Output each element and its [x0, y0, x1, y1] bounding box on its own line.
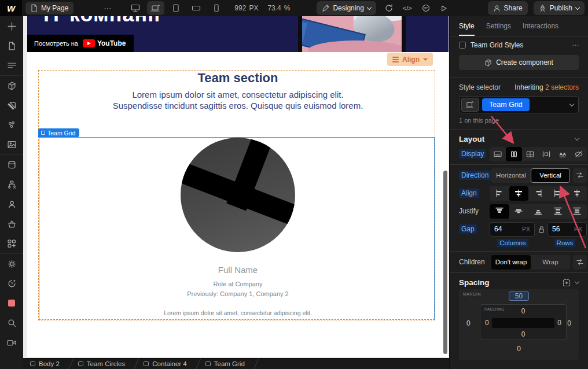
extension-button[interactable] — [0, 293, 23, 313]
create-component-button[interactable]: Create component — [459, 55, 579, 70]
breadcrumb-team-circles[interactable]: Team Circles — [71, 359, 132, 369]
page-switcher-button[interactable]: My Page — [25, 2, 74, 14]
display-inline-block-button[interactable] — [538, 147, 554, 161]
direction-reverse-button[interactable] — [573, 168, 587, 183]
breakpoint-phone-button[interactable] — [208, 1, 225, 15]
design-canvas[interactable]: ІТ компанії Посмотреть на YouTube — [23, 16, 449, 358]
pages-button[interactable] — [0, 36, 23, 56]
hero-photo[interactable] — [298, 16, 406, 52]
apps-button[interactable] — [0, 234, 23, 253]
margin-right-field[interactable]: 0 — [567, 319, 571, 327]
breakpoint-landscape-button[interactable] — [188, 1, 205, 15]
hero-heading[interactable]: ІТ компанії — [43, 16, 160, 27]
video-tutorials-button[interactable] — [0, 333, 23, 352]
share-button[interactable]: Share — [488, 1, 528, 15]
add-elements-button[interactable] — [0, 16, 23, 36]
sync-icon[interactable] — [385, 4, 393, 12]
children-wrap-button[interactable]: Wrap — [531, 255, 570, 270]
selected-element-tag[interactable]: Team Grid — [38, 128, 79, 137]
team-member-photo-placeholder[interactable] — [181, 138, 295, 252]
webflow-logo-icon[interactable]: W — [0, 0, 22, 16]
team-section-subtitle[interactable]: Lorem ipsum dolor sit amet, consectetur … — [111, 90, 365, 112]
breakpoint-indicator-button[interactable]: * — [461, 98, 479, 112]
ecommerce-button[interactable] — [0, 214, 23, 234]
spacing-mode-icon[interactable] — [563, 279, 571, 287]
breakpoint-desktop-button[interactable] — [127, 1, 144, 15]
more-menu-icon[interactable]: ⋯ — [104, 4, 112, 13]
justify-between-button[interactable] — [548, 204, 568, 219]
canvas-scrollbar[interactable] — [443, 171, 447, 354]
gap-columns-unit[interactable]: PX — [522, 226, 530, 233]
variables-button[interactable] — [0, 115, 23, 135]
justify-end-button[interactable] — [528, 204, 548, 219]
styles-more-menu-icon[interactable]: ⋯ — [572, 41, 579, 49]
direction-vertical-button[interactable]: Vertical — [531, 168, 570, 183]
zoom-level-value[interactable]: 73.4 — [267, 4, 281, 12]
settings-button[interactable] — [0, 254, 23, 274]
team-member-previous[interactable]: Previously: Company 1, Company 2 — [27, 290, 449, 297]
gap-columns-input[interactable]: 64 PX — [490, 222, 535, 237]
inheriting-count[interactable]: 2 selectors — [545, 83, 579, 91]
align-end-button[interactable] — [528, 186, 548, 201]
logic-button[interactable] — [0, 175, 23, 194]
tab-interactions[interactable]: Interactions — [523, 22, 558, 36]
align-start-button[interactable] — [490, 186, 509, 201]
gap-lock-button[interactable] — [535, 226, 547, 233]
styles-toggle-checkbox[interactable] — [459, 42, 466, 49]
publish-button[interactable]: Publish — [534, 1, 585, 15]
components-button[interactable] — [0, 76, 23, 95]
align-center-button[interactable] — [509, 186, 529, 201]
class-token[interactable]: Team Grid — [482, 98, 530, 111]
display-inline-button[interactable]: AA — [554, 147, 571, 161]
children-property-label[interactable]: Children — [459, 258, 485, 266]
canvas-width-value[interactable]: 992 — [234, 4, 246, 12]
breakpoint-tablet-button[interactable] — [167, 1, 185, 15]
children-dont-wrap-button[interactable]: Don't wrap — [491, 255, 531, 270]
tab-style[interactable]: Style — [459, 22, 475, 36]
direction-property-label[interactable]: Direction — [459, 171, 491, 180]
breadcrumb-body[interactable]: Body 2 — [23, 359, 67, 369]
direction-horizontal-button[interactable]: Horizontal — [491, 168, 531, 183]
assets-button[interactable] — [0, 135, 23, 154]
gap-rows-unit[interactable]: PX — [574, 226, 582, 233]
team-member-name[interactable]: Full Name — [27, 265, 449, 275]
padding-top-field[interactable]: 0 — [480, 307, 566, 315]
breadcrumb-container[interactable]: Container 4 — [137, 359, 193, 369]
team-member-bio[interactable]: Lorem ipsum dolor sit amet, consectetur … — [27, 309, 449, 316]
margin-left-field[interactable]: 0 — [466, 319, 471, 327]
align-quick-menu-button[interactable]: Align — [387, 53, 433, 66]
justify-start-button[interactable] — [490, 204, 509, 219]
align-property-label[interactable]: Align — [459, 189, 479, 198]
youtube-badge[interactable]: Посмотреть на YouTube — [27, 35, 134, 52]
team-member-role[interactable]: Role at Company — [27, 281, 449, 287]
chevron-down-icon[interactable] — [569, 101, 574, 106]
search-button[interactable] — [0, 313, 23, 333]
justify-property-label[interactable]: Justify — [459, 207, 479, 215]
display-none-button[interactable] — [571, 147, 587, 161]
display-property-label[interactable]: Display — [459, 149, 486, 158]
display-flex-button[interactable] — [506, 147, 522, 161]
gap-columns-label[interactable]: Columns — [497, 239, 528, 247]
tab-settings[interactable]: Settings — [486, 22, 511, 36]
padding-right-field[interactable]: 0 — [557, 319, 561, 327]
code-export-icon[interactable]: </> — [403, 5, 412, 12]
gap-rows-label[interactable]: Rows — [554, 239, 576, 247]
display-block-button[interactable] — [490, 147, 506, 161]
layout-collapse-icon[interactable] — [575, 136, 579, 141]
display-grid-button[interactable] — [522, 147, 538, 161]
class-selector-input[interactable]: * Team Grid — [459, 96, 579, 113]
preview-icon[interactable] — [440, 5, 447, 12]
align-stretch-button[interactable] — [548, 186, 568, 201]
gap-property-label[interactable]: Gap — [459, 224, 477, 234]
gap-rows-input[interactable]: 56 PX — [547, 222, 587, 237]
margin-top-field[interactable]: 50 — [459, 291, 579, 301]
team-section-title[interactable]: Team section — [27, 71, 449, 86]
help-button[interactable]: ? — [0, 274, 23, 293]
align-baseline-button[interactable] — [567, 186, 587, 201]
users-button[interactable] — [0, 194, 23, 214]
justify-center-button[interactable] — [509, 204, 529, 219]
mode-selector-button[interactable]: Designing — [317, 1, 376, 15]
spacing-collapse-icon[interactable] — [575, 279, 579, 284]
breadcrumb-team-grid[interactable]: Team Grid — [199, 359, 252, 369]
wrap-reverse-button[interactable] — [573, 255, 587, 270]
